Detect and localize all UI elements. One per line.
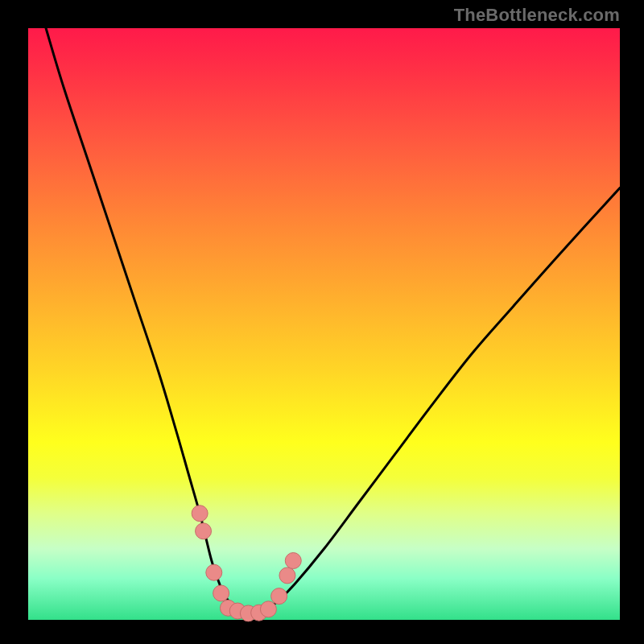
bottleneck-curve-path xyxy=(46,28,620,614)
curve-marker xyxy=(213,585,229,601)
curve-marker xyxy=(206,564,222,580)
chart-frame: TheBottleneck.com xyxy=(0,0,644,644)
curve-marker xyxy=(285,553,301,569)
curve-marker xyxy=(192,506,208,522)
curve-marker xyxy=(196,523,212,539)
curve-marker xyxy=(279,568,295,584)
curve-marker xyxy=(271,588,287,605)
attribution-text: TheBottleneck.com xyxy=(454,5,620,26)
bottleneck-curve xyxy=(0,0,644,644)
curve-marker xyxy=(260,601,276,617)
